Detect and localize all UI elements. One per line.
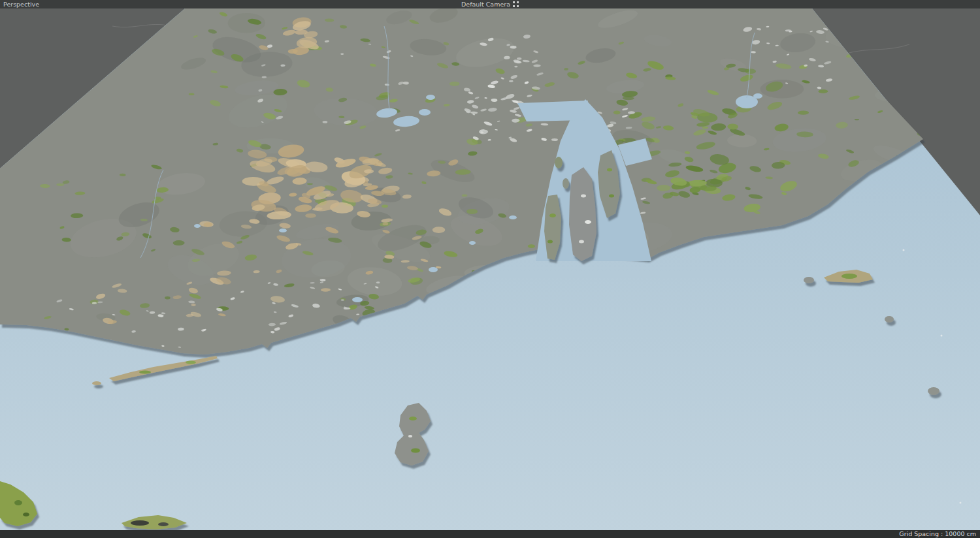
viewport-top-bar: Perspective Default Camera — [0, 0, 980, 8]
grid-spacing-label: Grid Spacing : 10000 cm — [899, 530, 976, 537]
camera-name-label[interactable]: Default Camera — [461, 0, 510, 8]
camera-icon[interactable] — [513, 1, 519, 7]
viewport-canvas[interactable] — [0, 0, 980, 538]
viewport-status-bar: Grid Spacing : 10000 cm — [0, 530, 980, 538]
viewport-window: Perspective Default Camera Grid Spacing … — [0, 0, 980, 538]
